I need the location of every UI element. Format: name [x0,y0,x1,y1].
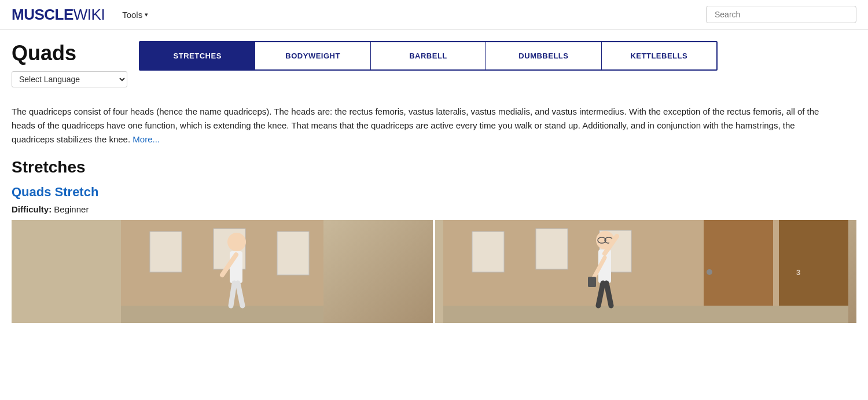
exercise-image-left-svg [12,220,433,323]
page-header-row: Quads Select Language English Spanish Fr… [0,30,868,93]
tab-dumbbells[interactable]: DUMBBELLS [486,42,601,69]
tab-barbell[interactable]: BARBELL [371,42,486,69]
search-input[interactable] [706,6,856,23]
tools-label: Tools [122,10,142,20]
svg-point-13 [707,269,712,275]
tab-bar: STRETCHES BODYWEIGHT BARBELL DUMBBELLS K… [139,41,718,71]
svg-rect-15 [536,229,568,269]
tab-dumbbells-label: DUMBBELLS [518,52,568,60]
page-title-block: Quads Select Language English Spanish Fr… [12,41,127,87]
tab-barbell-label: BARBELL [409,52,447,60]
description-more-link[interactable]: More... [133,134,160,144]
tab-kettlebells[interactable]: KETTLEBELLS [602,42,716,69]
logo-muscle: MUSCLE [12,6,73,23]
search-container [706,6,856,23]
site-logo[interactable]: MUSCLEWIKI [12,6,105,24]
svg-rect-4 [121,306,323,323]
exercise-image-right: 3 [435,220,856,323]
logo-wiki: WIKI [73,6,105,23]
tab-stretches-label: STRETCHES [174,52,222,60]
svg-rect-17 [443,306,848,323]
muscle-description: The quadriceps consist of four heads (he… [0,93,845,152]
svg-line-8 [231,283,234,306]
svg-rect-24 [588,277,596,287]
difficulty-line: Difficulty: Beginner [0,202,868,220]
exercise-title[interactable]: Quads Stretch [0,181,868,202]
language-select[interactable]: Select Language English Spanish French G… [12,71,127,87]
svg-rect-14 [472,232,504,272]
exercise-images: 3 [12,220,856,323]
section-heading: Stretches [0,152,868,181]
difficulty-value: Beginner [54,204,89,214]
tools-arrow: ▾ [145,11,148,19]
tab-kettlebells-label: KETTLEBELLS [630,52,687,60]
exercise-image-right-svg: 3 [435,220,856,323]
tab-bodyweight[interactable]: BODYWEIGHT [255,42,370,69]
exercise-image-left [12,220,433,323]
site-header: MUSCLEWIKI Tools ▾ [0,0,868,30]
svg-point-5 [227,233,246,251]
tools-menu[interactable]: Tools ▾ [122,10,148,20]
page-title: Quads [12,41,127,65]
tab-bodyweight-label: BODYWEIGHT [285,52,340,60]
difficulty-label: Difficulty: [12,204,52,214]
svg-rect-1 [150,232,182,272]
tab-stretches[interactable]: STRETCHES [140,42,255,69]
svg-text:3: 3 [796,268,800,277]
svg-rect-3 [277,232,309,275]
main-content: Quads Select Language English Spanish Fr… [0,30,868,400]
